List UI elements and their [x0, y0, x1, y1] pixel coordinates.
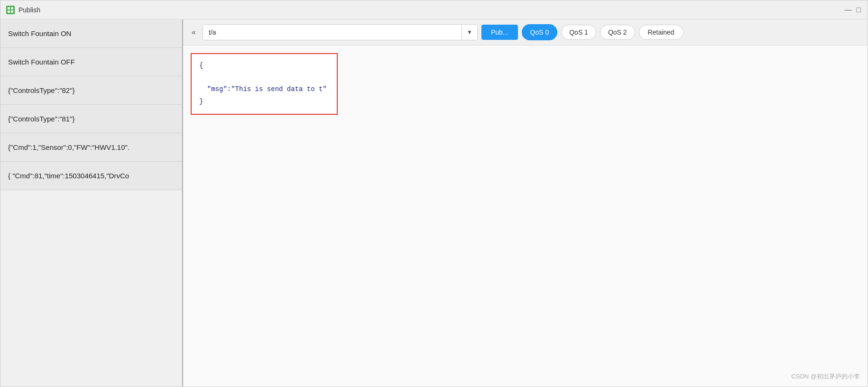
preset-item-cmd-time[interactable]: { "Cmd":81,"time":1503046415,"DrvCo — [0, 162, 182, 190]
watermark: CSDN @初出茅庐的小李 — [791, 372, 860, 381]
retained-button[interactable]: Retained — [639, 25, 683, 40]
title-bar: Publish — □ — [0, 0, 868, 19]
qos2-button[interactable]: QoS 2 — [600, 25, 635, 40]
title-bar-controls: — □ — [845, 7, 862, 13]
maximize-button[interactable]: □ — [855, 7, 862, 13]
topic-input[interactable] — [203, 25, 462, 40]
left-panel: Switch Fountain ON Switch Fountain OFF {… — [0, 19, 183, 387]
collapse-button[interactable]: « — [189, 26, 199, 38]
svg-rect-1 — [11, 7, 13, 9]
right-panel: « ▼ Pub... QoS 0 QoS 1 QoS 2 — [183, 19, 868, 387]
qos1-button[interactable]: QoS 1 — [561, 25, 596, 40]
svg-rect-2 — [8, 10, 10, 13]
publish-button[interactable]: Pub... — [481, 25, 518, 40]
topic-dropdown-button[interactable]: ▼ — [462, 25, 477, 40]
editor-area: { "msg":"This is send data to t" } CSDN … — [183, 46, 868, 387]
minimize-button[interactable]: — — [845, 7, 851, 13]
svg-rect-0 — [8, 7, 10, 9]
preset-item-controls-81[interactable]: {"ControlsType":"81"} — [0, 105, 182, 133]
preset-item-cmd-sensor[interactable]: {"Cmd":1,"Sensor":0,"FW":"HWV1.10". — [0, 133, 182, 162]
preset-item-controls-82[interactable]: {"ControlsType":"82"} — [0, 76, 182, 105]
main-content: Switch Fountain ON Switch Fountain OFF {… — [0, 19, 868, 387]
toolbar: « ▼ Pub... QoS 0 QoS 1 QoS 2 — [183, 19, 868, 46]
qos0-button[interactable]: QoS 0 — [522, 24, 558, 40]
app-icon — [6, 6, 15, 14]
main-window: Publish — □ Switch Fountain ON Switch Fo… — [0, 0, 868, 387]
svg-rect-3 — [11, 10, 13, 13]
preset-item-switch-on[interactable]: Switch Fountain ON — [0, 19, 182, 48]
topic-input-wrapper: ▼ — [203, 24, 478, 40]
window-title: Publish — [18, 6, 40, 14]
message-editor[interactable]: { "msg":"This is send data to t" } — [191, 53, 338, 115]
title-bar-left: Publish — [6, 6, 40, 14]
preset-item-switch-off[interactable]: Switch Fountain OFF — [0, 48, 182, 76]
